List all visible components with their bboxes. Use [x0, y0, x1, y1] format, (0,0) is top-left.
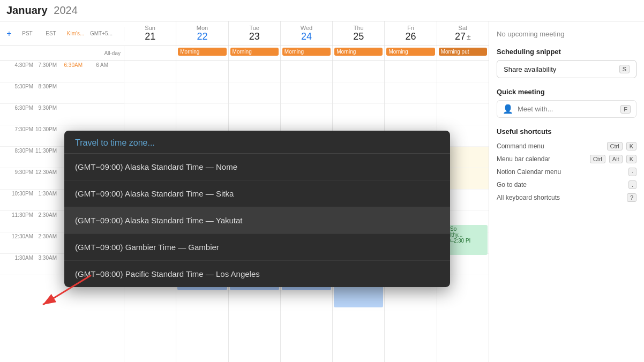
shortcut-k1: K	[626, 142, 636, 150]
timezone-search-container	[64, 131, 450, 154]
shortcut-go-to-date: Go to date .	[497, 178, 636, 191]
calendar-header: January 2024	[0, 0, 644, 21]
right-sidebar: No upcoming meeting Scheduling snippet S…	[489, 21, 644, 362]
shortcut-dot2: .	[628, 180, 636, 189]
allday-thu[interactable]: Morning	[333, 46, 385, 61]
allday-sat[interactable]: Morning put	[437, 46, 489, 61]
day-header-mon: Mon 22	[176, 21, 228, 46]
shortcut-menu-bar: Menu bar calendar Ctrl Alt K	[497, 153, 636, 165]
morning-bar-sat[interactable]: Morning put	[439, 48, 487, 56]
calendar-body: 4:30PM 7:30PM 6:30AM 6 AM 5:30PM 8:30PM	[0, 61, 489, 362]
timezone-item-gambier[interactable]: (GMT−09:00) Gambier Time — Gambier	[64, 234, 450, 261]
morning-bar-mon[interactable]: Morning	[178, 48, 226, 56]
tz-pst: PST	[16, 31, 39, 36]
shortcut-alt: Alt	[609, 155, 623, 163]
allday-tue[interactable]: Morning	[229, 46, 281, 61]
day-header-wed: Wed 24	[281, 21, 333, 46]
meet-shortcut: F	[620, 105, 631, 114]
timezone-row: + PST EST Kim's... GMT+5... Sun 21 Mon 2…	[0, 21, 489, 46]
shortcut-ctrl-k1: Ctrl	[607, 142, 623, 150]
morning-bar-thu[interactable]: Morning	[334, 48, 383, 56]
add-timezone-btn[interactable]: +	[3, 29, 15, 39]
day-header-sat: Sat 27 ±	[437, 21, 489, 46]
no-upcoming-meeting-label: No upcoming meeting	[497, 30, 636, 38]
morning-bar-fri[interactable]: Morning	[386, 48, 435, 56]
add-calendar-btn[interactable]: ±	[467, 33, 471, 41]
timezone-item-nome[interactable]: (GMT−09:00) Alaska Standard Time — Nome	[64, 154, 450, 180]
timezone-search-input[interactable]	[75, 138, 439, 148]
allday-fri[interactable]: Morning	[385, 46, 437, 61]
timezone-dropdown: (GMT−09:00) Alaska Standard Time — Nome …	[64, 131, 450, 287]
shortcut-dot1: ·	[628, 168, 636, 176]
tz-kim: Kim's...	[63, 31, 88, 36]
scheduling-title: Scheduling snippet	[497, 48, 636, 56]
allday-row: All-day Morning Morning Morning	[0, 46, 489, 61]
day-header-tue: Tue 23	[229, 21, 281, 46]
share-shortcut: S	[619, 65, 630, 73]
quick-meeting-title: Quick meeting	[497, 88, 636, 96]
shortcut-ctrl-alt: Ctrl	[590, 155, 605, 163]
allday-wed[interactable]: Morning	[281, 46, 333, 61]
allday-mon[interactable]: Morning	[176, 46, 228, 61]
scheduling-snippet-section: Scheduling snippet Share availability S	[497, 48, 636, 78]
shortcut-k2: K	[626, 155, 636, 163]
tz-est: EST	[40, 31, 62, 36]
person-icon: 👤	[503, 104, 513, 114]
calendar-area: + PST EST Kim's... GMT+5... Sun 21 Mon 2…	[0, 21, 489, 362]
allday-label: All-day	[0, 46, 124, 61]
month-year-title: January 2024	[6, 4, 78, 17]
day-header-fri: Fri 26	[385, 21, 437, 46]
quick-meeting-section: Quick meeting 👤 F	[497, 88, 636, 118]
morning-bar-wed[interactable]: Morning	[282, 48, 331, 56]
timezone-item-losangeles[interactable]: (GMT−08:00) Pacific Standard Time — Los …	[64, 261, 450, 287]
shortcut-notion-calendar: Notion Calendar menu ·	[497, 165, 636, 178]
upcoming-meeting-section: No upcoming meeting	[497, 30, 636, 38]
timezone-item-yakutat[interactable]: (GMT−09:00) Alaska Standard Time — Yakut…	[64, 207, 450, 234]
shortcut-command-menu: Command menu Ctrl K	[497, 140, 636, 153]
timezone-item-sitka[interactable]: (GMT−09:00) Alaska Standard Time — Sitka	[64, 180, 450, 207]
day-header-thu: Thu 25	[333, 21, 385, 46]
shortcuts-title: Useful shortcuts	[497, 127, 636, 135]
share-availability-btn[interactable]: Share availability S	[497, 60, 636, 78]
morning-bar-tue[interactable]: Morning	[230, 48, 279, 56]
meet-with-input[interactable]	[518, 105, 618, 113]
useful-shortcuts-section: Useful shortcuts Command menu Ctrl K Men…	[497, 127, 636, 204]
shortcut-question: ?	[627, 193, 636, 202]
meet-with-row: 👤 F	[497, 100, 636, 118]
shortcut-all-keyboard: All keyboard shortcuts ?	[497, 191, 636, 204]
day-header-sun: Sun 21	[124, 21, 176, 46]
allday-sun	[124, 46, 176, 61]
tz-gmt5: GMT+5...	[89, 31, 114, 36]
